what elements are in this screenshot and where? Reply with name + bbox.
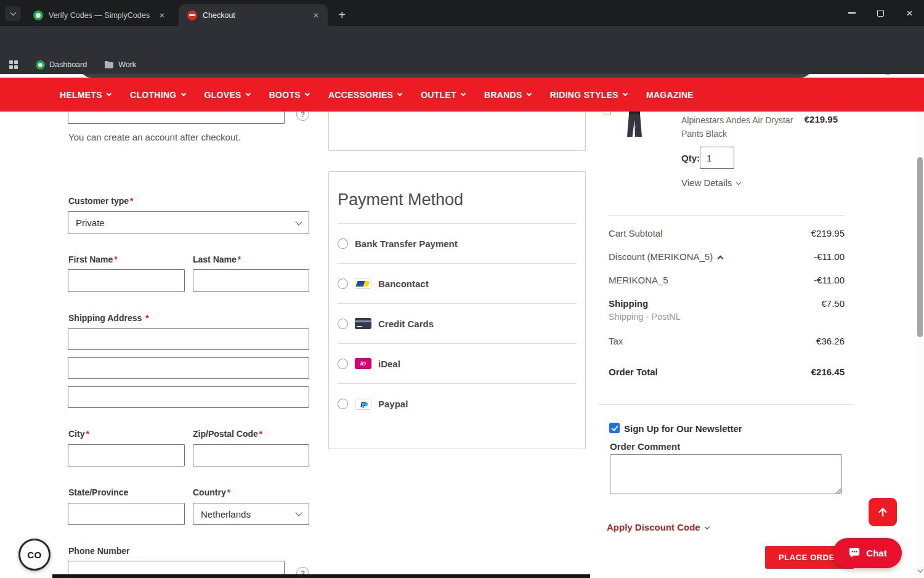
customer-type-select[interactable]: Private: [68, 211, 309, 234]
coupon-extension-badge[interactable]: CO: [18, 539, 51, 571]
state-label: State/Province: [68, 487, 128, 497]
nav-item-outlet[interactable]: OUTLET: [421, 90, 465, 100]
payment-method-row-ideal[interactable]: iD iDeal: [338, 344, 577, 384]
address-line-2-input[interactable]: [68, 357, 309, 379]
close-icon: ×: [907, 8, 913, 18]
radio-button[interactable]: [338, 238, 348, 249]
minimize-icon: [848, 12, 856, 14]
chevron-up-icon: [718, 255, 724, 261]
browser-window: ? You can create an account after checko…: [0, 0, 924, 578]
pants-image: [621, 110, 648, 138]
order-total-row: Order Total €216.45: [609, 367, 845, 377]
scroll-to-top-button[interactable]: [869, 498, 897, 526]
browser-toolbar: championhelmets.com/en/checkout/ E: [0, 26, 924, 55]
arrow-up-icon: [877, 506, 889, 518]
tab-search-button[interactable]: [5, 6, 21, 21]
footer-edge: [52, 574, 590, 578]
bookmark-work-folder[interactable]: Work: [104, 60, 136, 69]
payment-method-row-paypal[interactable]: PP Paypal: [338, 384, 577, 424]
nav-item-helmets[interactable]: HELMETS: [60, 90, 111, 100]
chevron-down-icon: [295, 509, 302, 516]
divider: [609, 215, 845, 216]
tab-checkout[interactable]: Checkout ×: [179, 4, 328, 26]
maximize-button[interactable]: [866, 0, 895, 26]
simplycodes-favicon-icon: [33, 10, 43, 20]
apps-grid-button[interactable]: [9, 60, 18, 70]
shipping-row: Shipping €7.50: [609, 298, 845, 309]
scrollbar-thumb[interactable]: [917, 157, 923, 337]
nav-item-gloves[interactable]: GLOVES: [205, 90, 250, 100]
chevron-down-icon: [461, 91, 466, 96]
new-tab-button[interactable]: +: [334, 7, 350, 23]
chevron-down-icon: [10, 10, 16, 16]
payment-method-label: Credit Cards: [378, 319, 434, 329]
qty-label: Qty:: [681, 153, 700, 163]
state-input[interactable]: [68, 503, 185, 525]
payment-method-panel: Payment Method Bank Transfer Payment Ban…: [328, 171, 586, 449]
tab-close-icon[interactable]: ×: [310, 10, 322, 21]
zip-label: Zip/Postal Code*: [193, 429, 262, 439]
apply-discount-toggle[interactable]: Apply Discount Code: [607, 522, 709, 532]
chevron-down-icon: [245, 91, 250, 96]
view-details-toggle[interactable]: View Details: [681, 177, 740, 188]
city-input[interactable]: [68, 444, 185, 466]
window-controls: ×: [837, 0, 924, 26]
last-name-input[interactable]: [193, 269, 309, 292]
payment-method-row-bancontact[interactable]: Bancontact: [338, 264, 577, 304]
chat-bubble-icon: [848, 547, 861, 560]
chevron-down-icon: [107, 91, 111, 96]
newsletter-label[interactable]: Sign Up for Our Newsletter: [624, 423, 742, 434]
payment-method-row-bank-transfer[interactable]: Bank Transfer Payment: [338, 224, 577, 264]
chevron-down-icon: [918, 568, 923, 572]
customer-type-label: Customer type*: [68, 196, 133, 206]
scrollbar-track[interactable]: [917, 112, 924, 578]
nav-item-riding-styles[interactable]: RIDING STYLES: [550, 90, 627, 100]
qty-input[interactable]: [700, 147, 734, 169]
radio-button[interactable]: [338, 399, 348, 409]
nav-item-accessories[interactable]: ACCESSORIES: [328, 90, 402, 100]
folder-icon: [104, 60, 114, 69]
radio-button[interactable]: [338, 319, 348, 329]
chevron-down-icon: [295, 218, 302, 225]
tab-title: Checkout: [203, 11, 305, 20]
radio-button[interactable]: [338, 279, 348, 289]
bancontact-icon: [355, 278, 371, 289]
tab-simplycodes[interactable]: Verify Codes — SimplyCodes ×: [25, 4, 174, 26]
credit-card-icon: [355, 318, 371, 329]
first-name-input[interactable]: [68, 269, 185, 292]
chat-button[interactable]: Chat: [833, 538, 902, 568]
chevron-down-icon: [180, 91, 185, 96]
nav-item-brands[interactable]: BRANDS: [484, 90, 531, 100]
chevron-down-icon: [526, 91, 531, 96]
radio-button[interactable]: [338, 359, 348, 369]
order-comment-textarea[interactable]: [610, 454, 842, 494]
zip-input[interactable]: [193, 444, 309, 466]
tab-close-icon[interactable]: ×: [156, 10, 168, 21]
address-line-3-input[interactable]: [68, 386, 309, 408]
nav-item-magazine[interactable]: MAGAZINE: [646, 90, 694, 100]
country-select[interactable]: Netherlands: [193, 503, 309, 525]
discount-toggle[interactable]: Discount (MERIKONA_5): [609, 251, 723, 262]
cart-subtotal-row: Cart Subtotal €219.95: [609, 228, 845, 238]
minimize-button[interactable]: [837, 0, 866, 26]
payment-method-label: iDeal: [378, 359, 400, 369]
discount-row: Discount (MERIKONA_5) -€11.00: [609, 251, 845, 262]
order-comment-label: Order Comment: [610, 441, 680, 452]
payment-method-label: Bancontact: [378, 279, 429, 289]
payment-method-label: Bank Transfer Payment: [355, 238, 458, 249]
nav-item-clothing[interactable]: CLOTHING: [130, 90, 185, 100]
product-price: €219.95: [782, 114, 838, 124]
payment-method-row-credit-cards[interactable]: Credit Cards: [338, 304, 577, 344]
country-label: Country*: [193, 487, 230, 497]
scrollbar-down-button[interactable]: [917, 568, 924, 578]
divider: [598, 404, 854, 405]
chevron-down-icon: [704, 524, 709, 529]
newsletter-checkbox[interactable]: [609, 423, 620, 433]
product-thumbnail[interactable]: [621, 110, 648, 138]
address-line-1-input[interactable]: [68, 328, 309, 350]
close-button[interactable]: ×: [895, 0, 924, 26]
chevron-down-icon: [305, 91, 310, 96]
nav-item-boots[interactable]: BOOTS: [269, 90, 309, 100]
bookmark-dashboard[interactable]: Dashboard: [36, 60, 87, 70]
city-label: City*: [68, 429, 89, 439]
